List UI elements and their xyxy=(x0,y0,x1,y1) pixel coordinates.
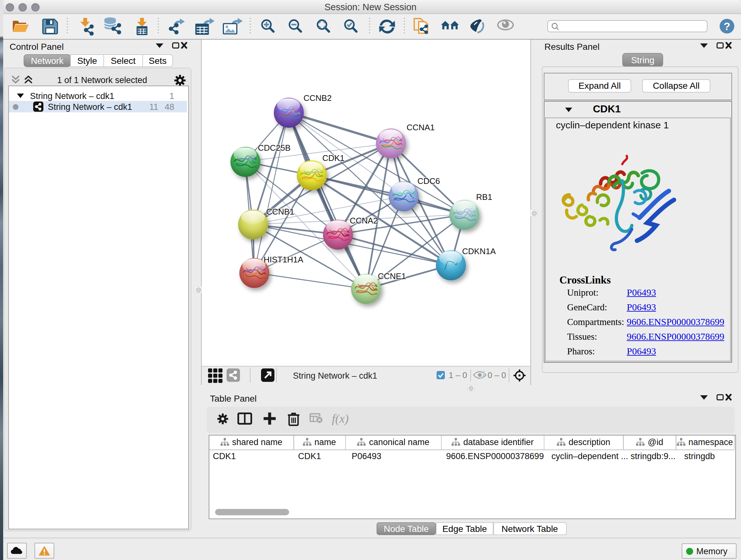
svg-text:0 – 0: 0 – 0 xyxy=(488,370,506,380)
svg-text:f(x): f(x) xyxy=(332,412,349,426)
svg-text:1 – 0: 1 – 0 xyxy=(449,370,467,380)
svg-text:?: ? xyxy=(724,20,731,32)
